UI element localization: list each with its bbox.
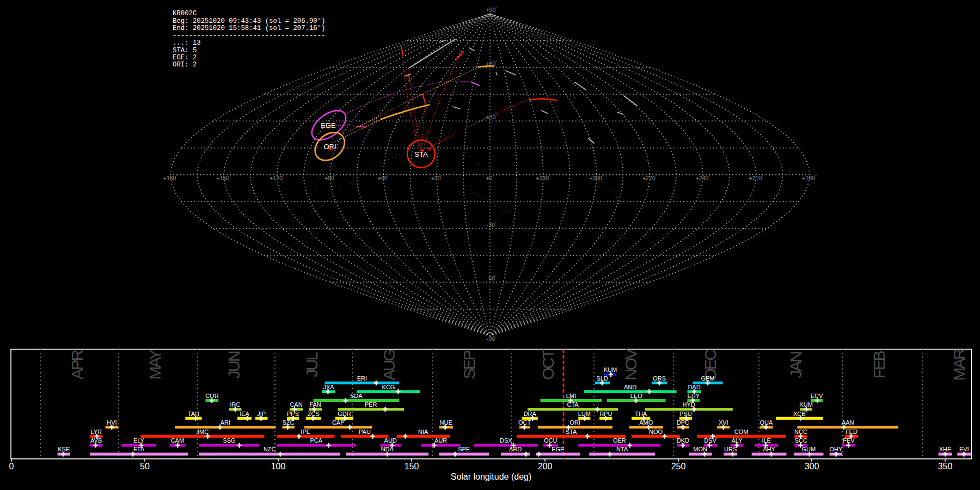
svg-text:XHE: XHE bbox=[939, 446, 952, 452]
svg-text:DAD: DAD bbox=[688, 384, 700, 390]
svg-text:XUM: XUM bbox=[799, 401, 812, 408]
svg-text:End: 20251020 15:58:41 (sol =: End: 20251020 15:58:41 (sol = 207.16°) bbox=[173, 24, 325, 32]
svg-text:FTA: FTA bbox=[133, 446, 145, 452]
svg-text:0: 0 bbox=[9, 462, 14, 471]
svg-text:ORI: ORI bbox=[570, 419, 581, 426]
svg-text:JIP: JIP bbox=[257, 411, 266, 417]
svg-text:DRA: DRA bbox=[524, 411, 537, 417]
svg-text:Solar longitude (deg): Solar longitude (deg) bbox=[451, 472, 532, 481]
svg-text:SZC: SZC bbox=[283, 419, 295, 426]
svg-text:SSG: SSG bbox=[223, 437, 235, 444]
svg-text:AUD: AUD bbox=[384, 437, 397, 444]
svg-text:DSX: DSX bbox=[500, 437, 512, 444]
svg-text:CTA: CTA bbox=[567, 401, 579, 408]
svg-text:+240°: +240° bbox=[696, 174, 710, 181]
svg-text:KSE: KSE bbox=[58, 446, 70, 452]
svg-text:+180°: +180° bbox=[163, 174, 178, 181]
svg-text:ORI: ORI bbox=[323, 143, 336, 151]
svg-text:OCT: OCT bbox=[539, 349, 557, 380]
svg-text:SCC: SCC bbox=[794, 437, 807, 444]
svg-text:Beg: 20251020 09:43:43 (sol =: Beg: 20251020 09:43:43 (sol = 206.90°) bbox=[173, 17, 325, 25]
svg-text:FED: FED bbox=[846, 428, 857, 435]
svg-text:OHY: OHY bbox=[829, 446, 843, 452]
svg-text:SPE: SPE bbox=[458, 446, 470, 452]
svg-text:250: 250 bbox=[671, 462, 686, 471]
svg-text:JUN: JUN bbox=[225, 351, 243, 378]
svg-text:XCB: XCB bbox=[793, 411, 806, 417]
svg-text:NZC: NZC bbox=[264, 446, 276, 452]
svg-text:EVI: EVI bbox=[959, 446, 969, 452]
svg-text:ECV: ECV bbox=[811, 393, 823, 399]
svg-text:+300°: +300° bbox=[589, 174, 604, 181]
svg-text:EGE: 2: EGE: 2 bbox=[173, 54, 197, 62]
svg-text:GDR: GDR bbox=[338, 411, 351, 417]
svg-text:...: 13: ...: 13 bbox=[173, 39, 201, 47]
svg-text:RPU: RPU bbox=[599, 411, 612, 417]
svg-text:KR002C: KR002C bbox=[173, 10, 197, 17]
svg-text:ARI: ARI bbox=[220, 419, 230, 426]
svg-text:+330°: +330° bbox=[536, 174, 550, 181]
svg-text:AHY: AHY bbox=[763, 446, 775, 452]
svg-text:ILE: ILE bbox=[762, 437, 771, 444]
svg-text:OER: OER bbox=[613, 437, 626, 444]
svg-text:PER: PER bbox=[365, 401, 377, 408]
svg-text:DSV: DSV bbox=[704, 437, 716, 444]
svg-text:TAH: TAH bbox=[188, 411, 199, 417]
svg-text:GEM: GEM bbox=[701, 375, 714, 382]
svg-text:FEB: FEB bbox=[870, 351, 888, 378]
svg-text:COM: COM bbox=[734, 428, 749, 435]
svg-text:STA: STA bbox=[414, 150, 428, 158]
svg-text:ELY: ELY bbox=[133, 437, 145, 444]
svg-text:LUM: LUM bbox=[578, 411, 591, 417]
svg-text:+150°: +150° bbox=[217, 174, 231, 181]
svg-text:JAN: JAN bbox=[787, 352, 805, 378]
svg-text:JUL: JUL bbox=[303, 352, 321, 377]
svg-text:PSU: PSU bbox=[679, 411, 692, 417]
svg-text:350: 350 bbox=[938, 462, 953, 471]
svg-text:COR: COR bbox=[205, 393, 219, 399]
svg-text:PPS: PPS bbox=[287, 411, 299, 417]
svg-text:300: 300 bbox=[805, 462, 819, 471]
svg-text:HVI: HVI bbox=[107, 419, 117, 426]
svg-text:ORS: ORS bbox=[653, 375, 666, 382]
svg-text:LEO: LEO bbox=[630, 393, 642, 399]
svg-text:+180°: +180° bbox=[802, 174, 817, 181]
svg-text:DKD: DKD bbox=[677, 437, 689, 444]
svg-text:NCC: NCC bbox=[794, 428, 807, 435]
svg-text:50: 50 bbox=[140, 462, 150, 471]
svg-text:AAN: AAN bbox=[842, 419, 854, 426]
svg-text:ZCS: ZCS bbox=[308, 411, 320, 417]
svg-text:AVB: AVB bbox=[90, 437, 102, 444]
svg-text:KCG: KCG bbox=[382, 384, 395, 390]
svg-text:NOO: NOO bbox=[649, 428, 663, 435]
svg-text:ORI: 2: ORI: 2 bbox=[173, 61, 197, 69]
svg-text:ARD: ARD bbox=[509, 446, 522, 452]
svg-text:+270°: +270° bbox=[642, 174, 657, 181]
svg-text:URS: URS bbox=[724, 446, 737, 452]
svg-text:IPE: IPE bbox=[301, 428, 310, 435]
svg-text:AMO: AMO bbox=[639, 419, 653, 426]
svg-text:ERI: ERI bbox=[357, 375, 367, 382]
svg-text:+210°: +210° bbox=[749, 174, 764, 181]
svg-text:EHY: EHY bbox=[687, 393, 700, 399]
svg-text:200: 200 bbox=[538, 462, 553, 471]
svg-text:SLD: SLD bbox=[596, 375, 608, 382]
svg-text:AND: AND bbox=[624, 384, 636, 390]
svg-text:JMC: JMC bbox=[197, 428, 209, 435]
svg-text:STA: STA bbox=[566, 428, 577, 435]
svg-text:KUM: KUM bbox=[604, 366, 617, 373]
svg-text:NOV: NOV bbox=[622, 348, 640, 381]
svg-text:HYD: HYD bbox=[683, 401, 695, 408]
svg-text:AUR: AUR bbox=[434, 437, 447, 444]
svg-text:STA: 5: STA: 5 bbox=[173, 47, 197, 54]
svg-text:MAR: MAR bbox=[950, 348, 968, 381]
svg-text:GUM: GUM bbox=[802, 446, 816, 452]
svg-text:XVI: XVI bbox=[719, 419, 728, 426]
svg-text:100: 100 bbox=[271, 462, 286, 471]
svg-text:IEA: IEA bbox=[240, 411, 249, 417]
svg-text:+120°: +120° bbox=[270, 174, 284, 181]
svg-text:150: 150 bbox=[405, 462, 419, 471]
svg-text:NDA: NDA bbox=[381, 446, 394, 452]
svg-text:SDA: SDA bbox=[350, 393, 363, 399]
svg-text:NTA: NTA bbox=[616, 446, 628, 452]
